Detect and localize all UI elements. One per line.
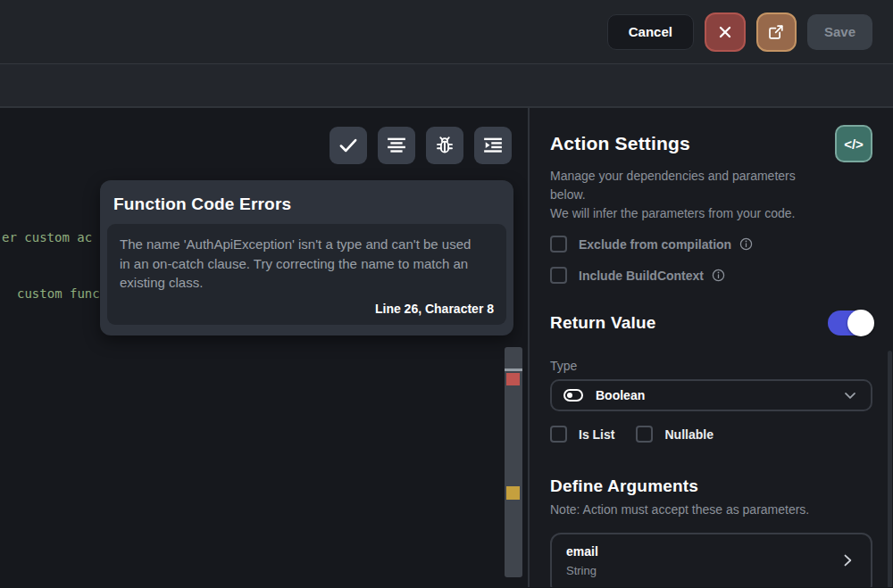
editor-toolbar xyxy=(330,127,512,164)
save-button[interactable]: Save xyxy=(807,14,872,50)
minimap-view-indicator xyxy=(505,369,522,371)
argument-item-email[interactable]: email String xyxy=(550,533,872,587)
description-line: Manage your dependencies and parameters … xyxy=(550,167,820,204)
export-button[interactable] xyxy=(756,12,797,52)
editor-minimap-scrollbar[interactable] xyxy=(505,347,522,577)
define-arguments-title: Define Arguments xyxy=(550,476,872,496)
minimap-error-marker xyxy=(506,373,520,385)
code-snippet: er custom ac custom func xyxy=(2,191,100,341)
description-line: We will infer the parameters from your c… xyxy=(550,204,872,223)
top-bar: Cancel Save xyxy=(0,0,893,64)
info-icon[interactable] xyxy=(739,236,754,252)
argument-info: email String xyxy=(566,544,598,577)
code-line: custom func xyxy=(2,285,100,303)
error-panel-title: Function Code Errors xyxy=(100,180,513,224)
error-card: The name 'AuthApiException' isn't a type… xyxy=(107,224,506,325)
format-align-icon xyxy=(385,134,408,157)
bug-icon xyxy=(433,134,456,157)
validate-code-button[interactable] xyxy=(330,127,367,164)
include-buildcontext-row: Include BuildContext xyxy=(550,267,872,284)
type-dropdown[interactable]: Boolean xyxy=(550,379,872,411)
minimap-warning-marker xyxy=(506,486,520,500)
settings-description: Manage your dependencies and parameters … xyxy=(550,167,872,223)
checkbox-label: Include BuildContext xyxy=(579,269,704,283)
format-code-button[interactable] xyxy=(378,127,415,164)
error-message: The name 'AuthApiException' isn't a type… xyxy=(120,235,474,293)
toggle-knob xyxy=(847,310,874,336)
include-buildcontext-checkbox[interactable] xyxy=(550,267,567,284)
settings-scrollbar[interactable] xyxy=(888,351,892,587)
type-options-row: Is List Nullable xyxy=(550,426,872,443)
chevron-down-icon xyxy=(841,386,859,404)
check-icon xyxy=(337,134,360,157)
function-code-errors-panel: Function Code Errors The name 'AuthApiEx… xyxy=(100,180,513,335)
type-dropdown-value: Boolean xyxy=(596,388,645,402)
define-arguments-note: Note: Action must accept these as parame… xyxy=(550,502,872,517)
indent-icon xyxy=(481,134,505,157)
nullable-checkbox[interactable] xyxy=(636,426,653,443)
argument-name: email xyxy=(566,544,598,559)
debug-button[interactable] xyxy=(426,127,463,164)
open-in-new-icon xyxy=(766,22,786,42)
chevron-right-icon xyxy=(839,551,856,569)
nullable-option: Nullable xyxy=(636,426,713,443)
return-value-toggle[interactable] xyxy=(828,311,872,335)
exclude-compilation-row: Exclude from compilation xyxy=(550,236,872,253)
info-icon[interactable] xyxy=(711,268,726,283)
is-list-option: Is List xyxy=(550,426,614,443)
argument-type: String xyxy=(566,564,598,577)
view-code-button[interactable]: </> xyxy=(835,125,872,162)
boolean-type-icon xyxy=(563,389,583,402)
x-icon xyxy=(715,22,735,42)
return-value-row: Return Value xyxy=(550,311,872,335)
checkbox-label: Nullable xyxy=(664,427,713,442)
is-list-checkbox[interactable] xyxy=(550,426,567,443)
settings-header: Action Settings </> xyxy=(550,125,872,162)
main-content: er custom ac custom func xyxy=(0,108,893,587)
code-line: er custom ac xyxy=(2,228,100,247)
code-icon: </> xyxy=(844,137,864,152)
exclude-compilation-checkbox[interactable] xyxy=(550,236,567,253)
code-editor-panel[interactable]: er custom ac custom func xyxy=(0,108,530,587)
type-field-label: Type xyxy=(550,359,872,373)
panel-title: Action Settings xyxy=(550,133,690,154)
close-button[interactable] xyxy=(705,12,746,52)
secondary-toolbar xyxy=(0,64,893,108)
cancel-button[interactable]: Cancel xyxy=(607,14,694,50)
return-value-title: Return Value xyxy=(550,313,656,333)
error-location: Line 26, Character 8 xyxy=(120,302,494,316)
checkbox-label: Is List xyxy=(579,427,614,442)
checkbox-label: Exclude from compilation xyxy=(579,237,731,252)
indent-button[interactable] xyxy=(474,127,512,164)
action-settings-panel: Action Settings </> Manage your dependen… xyxy=(530,108,893,587)
